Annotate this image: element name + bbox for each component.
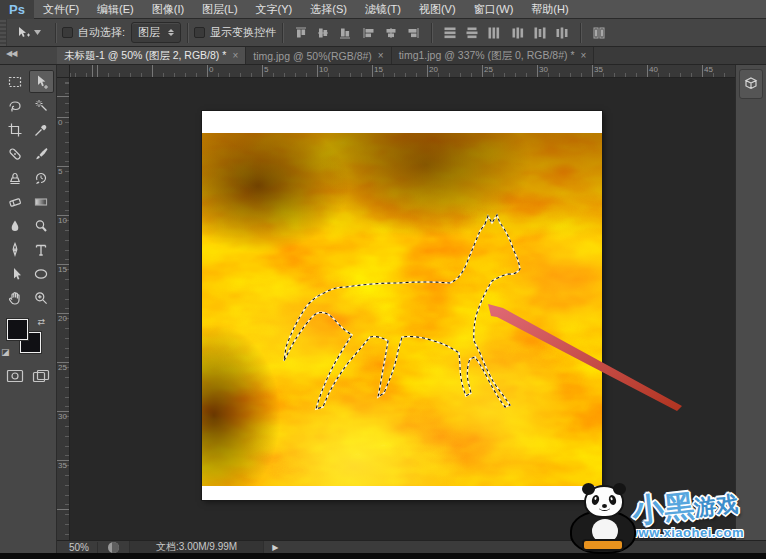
close-icon[interactable]: × xyxy=(232,50,238,61)
divider xyxy=(187,23,188,43)
menu-items: 文件(F) 编辑(E) 图像(I) 图层(L) 文字(Y) 选择(S) 滤镜(T… xyxy=(34,0,578,19)
align-vcenter-icon[interactable] xyxy=(314,24,332,42)
tool-pen[interactable] xyxy=(3,238,28,261)
tool-history-brush[interactable] xyxy=(29,166,54,189)
ruler-label: 0 xyxy=(209,65,213,74)
auto-select-checkbox[interactable] xyxy=(62,27,73,38)
tool-spot-healing-brush[interactable] xyxy=(3,142,28,165)
align-right-icon[interactable] xyxy=(404,24,422,42)
divider xyxy=(431,23,432,43)
ruler-label: 20 xyxy=(58,315,67,323)
zoom-level-field[interactable]: 50% xyxy=(57,542,98,553)
tool-move[interactable] xyxy=(29,70,54,93)
tool-eyedropper[interactable] xyxy=(29,118,54,141)
tab-label: timg.jpg @ 50%(RGB/8#) xyxy=(253,50,372,62)
divider xyxy=(282,23,283,43)
menu-select[interactable]: 选择(S) xyxy=(301,0,356,19)
options-bar-grip[interactable] xyxy=(0,19,7,46)
ruler-label: 35 xyxy=(58,462,67,470)
collapse-panel-icon[interactable]: ◀◀ xyxy=(6,49,16,58)
auto-select-value: 图层 xyxy=(138,25,160,40)
align-hcenter-icon[interactable] xyxy=(382,24,400,42)
document-canvas[interactable] xyxy=(202,111,602,500)
menu-type[interactable]: 文字(Y) xyxy=(247,0,302,19)
rectangular-marquee-icon xyxy=(7,74,23,90)
tool-gradient[interactable] xyxy=(29,190,54,213)
screen-mode-button[interactable] xyxy=(32,369,50,387)
tool-blur[interactable] xyxy=(3,214,28,237)
tab-untitled-1[interactable]: 未标题-1 @ 50% (图层 2, RGB/8) * × xyxy=(57,47,246,64)
distribute-left-icon[interactable] xyxy=(509,24,527,42)
distribute-bottom-icon[interactable] xyxy=(485,24,503,42)
tool-crop[interactable] xyxy=(3,118,28,141)
tool-type[interactable] xyxy=(29,238,54,261)
distribute-vcenter-icon[interactable] xyxy=(463,24,481,42)
eyedropper-icon xyxy=(33,122,49,138)
tool-rectangular-marquee[interactable] xyxy=(3,70,28,93)
distribute-hcenter-icon[interactable] xyxy=(531,24,549,42)
watermark-char: 黑 xyxy=(662,489,695,525)
menu-image[interactable]: 图像(I) xyxy=(143,0,193,19)
ruler-label: 5 xyxy=(58,168,67,176)
photoshop-window: Ps 文件(F) 编辑(E) 图像(I) 图层(L) 文字(Y) 选择(S) 滤… xyxy=(0,0,766,559)
distribute-top-icon[interactable] xyxy=(441,24,459,42)
close-icon[interactable]: × xyxy=(378,50,384,61)
status-sync-icon[interactable] xyxy=(108,542,119,553)
auto-select-dropdown[interactable]: 图层 xyxy=(131,22,181,43)
tool-zoom[interactable] xyxy=(29,286,54,309)
tool-brush[interactable] xyxy=(29,142,54,165)
menu-edit[interactable]: 编辑(E) xyxy=(88,0,143,19)
quick-mask-button[interactable] xyxy=(6,369,24,387)
tool-path-selection[interactable] xyxy=(3,262,28,285)
right-panel-dock xyxy=(735,65,766,540)
show-transform-checkbox[interactable] xyxy=(194,27,205,38)
collapsed-panel-button[interactable] xyxy=(739,69,763,99)
default-colors-icon[interactable]: ◪ xyxy=(1,347,10,357)
swap-colors-icon[interactable]: ⇄ xyxy=(37,317,45,327)
menu-window[interactable]: 窗口(W) xyxy=(465,0,523,19)
chevron-down-icon xyxy=(34,30,41,35)
vertical-ruler[interactable]: 0 5 10 15 20 25 30 35 xyxy=(57,78,70,540)
gradient-icon xyxy=(33,194,49,210)
distribute-right-icon[interactable] xyxy=(553,24,571,42)
magic-wand-icon xyxy=(33,98,49,114)
tab-timg[interactable]: timg.jpg @ 50%(RGB/8#) × xyxy=(246,47,391,64)
tool-magic-wand[interactable] xyxy=(29,94,54,117)
menu-help[interactable]: 帮助(H) xyxy=(522,0,577,19)
lasso-icon xyxy=(7,98,23,114)
quick-mask-icon xyxy=(6,369,24,383)
crop-icon xyxy=(7,122,23,138)
menu-file[interactable]: 文件(F) xyxy=(34,0,88,19)
align-left-icon[interactable] xyxy=(360,24,378,42)
tool-clone-stamp[interactable] xyxy=(3,166,28,189)
close-icon[interactable]: × xyxy=(581,50,587,61)
tab-timg1[interactable]: timg1.jpg @ 337% (图层 0, RGB/8#) * × xyxy=(392,47,595,64)
ruler-label: 15 xyxy=(374,65,383,74)
tool-lasso[interactable] xyxy=(3,94,28,117)
panel-cube-icon xyxy=(743,76,759,92)
tool-preset-picker[interactable] xyxy=(7,26,49,40)
auto-align-layers-icon[interactable] xyxy=(590,24,608,42)
status-spacer xyxy=(0,540,57,553)
tools-panel: ⇄ ◪ xyxy=(0,65,57,540)
tool-options-bar: 自动选择: 图层 显示变换控件 xyxy=(0,19,766,47)
ruler-origin-corner[interactable] xyxy=(57,65,70,78)
status-options-arrow[interactable]: ▶ xyxy=(264,543,286,552)
horizontal-ruler[interactable]: 0 5 10 15 20 25 30 35 40 45 xyxy=(70,65,735,78)
horse-selection-outline xyxy=(202,111,602,500)
align-top-icon[interactable] xyxy=(292,24,310,42)
ruler-label: 30 xyxy=(58,413,67,421)
tool-dodge[interactable] xyxy=(29,214,54,237)
tool-hand[interactable] xyxy=(3,286,28,309)
tool-ellipse-shape[interactable] xyxy=(29,262,54,285)
ruler-label: 45 xyxy=(704,65,713,74)
menu-view[interactable]: 视图(V) xyxy=(410,0,465,19)
panda-mascot xyxy=(568,485,640,555)
brush-icon xyxy=(33,146,49,162)
tool-eraser[interactable] xyxy=(3,190,28,213)
menu-layer[interactable]: 图层(L) xyxy=(193,0,246,19)
dropdown-arrows-icon xyxy=(168,29,174,36)
foreground-color-swatch[interactable] xyxy=(7,319,28,340)
menu-filter[interactable]: 滤镜(T) xyxy=(356,0,410,19)
align-bottom-icon[interactable] xyxy=(336,24,354,42)
